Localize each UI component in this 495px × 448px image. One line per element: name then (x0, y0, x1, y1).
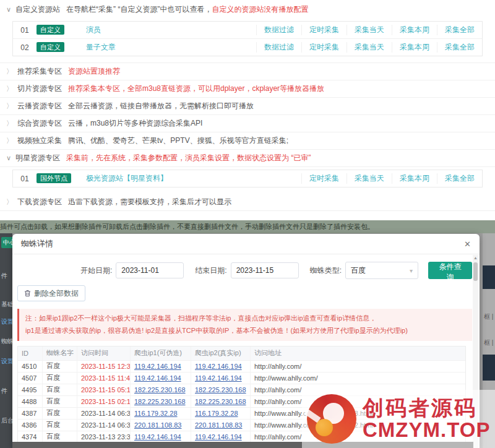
section-download[interactable]: 〉 下载资源专区 迅雷下载资源，需要模板支持，采集后才可以显示 (0, 194, 495, 211)
start-date-input[interactable] (116, 262, 184, 278)
ip-note-line2: ip1是通过请求头获取的ip，很容易伪造! ip2是直接从TCP中获取的IP，基… (25, 325, 466, 337)
section-title: 推荐采集专区 (17, 66, 62, 77)
badge-wrap: 自定义 (37, 43, 77, 52)
action-links: 数据过滤定时采集采集当天采集本周采集全部 (256, 22, 482, 38)
action-link[interactable]: 定时采集 (301, 42, 346, 53)
section-desc: 推荐采集本专区，全部m3u8直链资源，可以用dplayer，ckplayer等播… (68, 84, 324, 94)
chevron-right-icon: 〉 (6, 136, 13, 145)
spider-type-select[interactable]: 百度 ▾ (345, 262, 418, 279)
ip2-link[interactable]: 116.179.32.28 (195, 410, 238, 417)
action-link[interactable]: 数据过滤 (256, 25, 301, 35)
end-date-input[interactable] (231, 262, 299, 278)
chevron-down-icon: ∨ (6, 6, 11, 14)
section-desc: 资源站置顶推荐 (68, 66, 120, 77)
cell-visit-time: 2023-11-15 05:13:05 (77, 384, 131, 395)
action-link[interactable]: 采集全部 (437, 173, 482, 184)
chevron-down-icon: ▾ (410, 267, 413, 274)
ip2-link[interactable]: 119.42.146.194 (195, 374, 242, 382)
cell-spider-name: 百度 (43, 384, 77, 395)
ip1-link[interactable]: 182.225.230.168 (134, 386, 186, 394)
collapse-section[interactable]: ∨明星资源专区采集前，先在系统，采集参数配置，演员采集设置，数据状态设置为 “已… (0, 150, 495, 167)
ip-note: 注：如果ip1跟ip2不一样这个ip极大可能是采集器，扫描程序等非法ip，直接点… (17, 309, 472, 341)
section-title: 明星资源专区 (15, 153, 60, 163)
collapse-section[interactable]: 〉综合资源专区云播，m3u8切片等多种资源综合采集API (0, 115, 495, 132)
section-title: 自定义资源站 (15, 4, 60, 15)
action-link[interactable]: 采集全部 (437, 42, 482, 53)
ip1-link[interactable]: 119.42.146.194 (134, 363, 181, 370)
cell-spider-name: 百度 (43, 373, 77, 384)
delete-all-button[interactable]: 删除全部数据 (17, 285, 85, 301)
cell-visit-time: 2023-11-15 02:14:28 (77, 396, 131, 407)
ip2-link[interactable]: 182.225.230.168 (195, 386, 246, 394)
scroll-up-icon[interactable]: ▲ (473, 255, 478, 261)
cell-ip2: 220.181.108.83 (191, 420, 251, 431)
action-link[interactable]: 定时采集 (301, 173, 346, 184)
collapse-sections: 〉推荐采集专区资源站置顶推荐〉切片资源专区推荐采集本专区，全部m3u8直链资源，… (0, 62, 495, 167)
custom-resource-table: 01自定义演员数据过滤定时采集采集当天采集本周采集全部02自定义量子文章数据过滤… (12, 21, 483, 56)
chevron-right-icon: 〉 (6, 84, 13, 93)
modal-header: 蜘蛛详情 ✕ (12, 234, 480, 254)
action-link[interactable]: 定时采集 (301, 25, 346, 35)
ip1-link[interactable]: 116.179.32.28 (134, 410, 178, 417)
ip1-link[interactable]: 119.42.146.194 (134, 433, 181, 441)
section-custom-resource[interactable]: ∨ 自定义资源站 在导航栏“采集” “自定义资源”中也可以查看， 自定义的资源站… (0, 0, 495, 19)
resource-row: 01自定义演员数据过滤定时采集采集当天采集本周采集全部 (13, 22, 482, 39)
cell-visit-url: http://www.ahlly.com/ (251, 373, 465, 384)
column-header: 访问时间 (77, 347, 131, 360)
chevron-right-icon: 〉 (6, 197, 13, 207)
resource-name-link[interactable]: 极光资源站【明星资料】 (86, 173, 301, 184)
section-desc: 采集前，先在系统，采集参数配置，演员采集设置，数据状态设置为 “已审” (66, 153, 311, 163)
collapse-section[interactable]: 〉推荐采集专区资源站置顶推荐 (0, 63, 495, 80)
query-button[interactable]: 条件查询 (428, 262, 472, 279)
cell-id: 4495 (18, 384, 43, 395)
action-link[interactable]: 采集本周 (392, 42, 437, 53)
ip2-link[interactable]: 119.42.146.194 (195, 433, 242, 441)
right-fragment-text: 框 | (484, 312, 493, 321)
cell-spider-name: 百度 (43, 431, 77, 442)
backdrop-block (483, 355, 495, 381)
action-link[interactable]: 采集本周 (392, 25, 437, 35)
action-link[interactable]: 采集当天 (346, 173, 392, 184)
resource-name-link[interactable]: 演员 (86, 25, 256, 35)
backdrop-block (483, 265, 495, 289)
sidebar-fragment-text: 蜘蛛 (1, 337, 12, 346)
cell-visit-time: 2023-11-13 23:31:17 (77, 431, 131, 442)
action-link[interactable]: 采集全部 (437, 25, 482, 35)
sidebar-fragment-text: 设置 (1, 317, 12, 326)
sidebar-fragment-text: 设置 (1, 357, 12, 366)
cell-visit-time: 2023-11-14 06:35:41 (77, 420, 131, 431)
watermark-text-en: CMZYM.TOP (363, 420, 490, 441)
action-link[interactable]: 采集本周 (392, 173, 437, 184)
ip2-link[interactable]: 119.42.146.194 (195, 363, 242, 370)
ip1-link[interactable]: 220.181.108.83 (134, 421, 181, 429)
ip2-link[interactable]: 220.181.108.83 (195, 421, 242, 429)
cell-ip1: 182.225.230.168 (131, 384, 191, 395)
cell-ip1: 119.42.146.194 (131, 361, 191, 372)
action-links: 数据过滤定时采集采集当天采集本周采集全部 (256, 39, 482, 56)
delete-row: 删除全部数据 (17, 285, 472, 301)
cell-ip1: 119.42.146.194 (131, 431, 191, 442)
sidebar-fragment-text: 后台 (1, 416, 12, 425)
modal-title: 蜘蛛详情 (21, 238, 53, 249)
scrollbar-thumb[interactable] (473, 262, 478, 281)
action-link[interactable]: 采集当天 (346, 42, 392, 53)
table-row: 4507百度2023-11-15 11:45:15119.42.146.1941… (18, 372, 465, 384)
action-link[interactable]: 数据过滤 (256, 42, 301, 53)
close-icon[interactable]: ✕ (464, 239, 471, 249)
action-link[interactable]: 采集当天 (346, 25, 392, 35)
collapse-section[interactable]: 〉切片资源专区推荐采集本专区，全部m3u8直链资源，可以用dplayer，ckp… (0, 80, 495, 98)
collapse-section[interactable]: 〉云播资源专区全部云播资源，链接自带播放器，无需解析接口即可播放 (0, 98, 495, 115)
section-title: 视频独立采集 (17, 136, 62, 146)
watermark-text-cn: 创码者源码 (363, 397, 490, 420)
start-date-label: 开始日期: (80, 265, 112, 276)
ip1-link[interactable]: 119.42.146.194 (134, 374, 181, 382)
ip2-link[interactable]: 182.225.230.168 (195, 398, 246, 405)
right-fragment-text: 框 | (484, 338, 493, 347)
collapse-section[interactable]: 〉视频独立采集腾讯、优酷、爱奇艺、芒果tv、PPTV、搜狐、乐视等官方直链采集; (0, 132, 495, 150)
resource-name-link[interactable]: 量子文章 (86, 42, 256, 53)
ip1-link[interactable]: 182.225.230.168 (134, 398, 186, 405)
background-sidebar-fragment: 中心件基础设置蜘蛛设置件后台 (0, 233, 12, 448)
chevron-right-icon: 〉 (6, 67, 13, 76)
cell-ip1: 182.225.230.168 (131, 396, 191, 407)
type-badge: 国外节点 (37, 173, 71, 183)
